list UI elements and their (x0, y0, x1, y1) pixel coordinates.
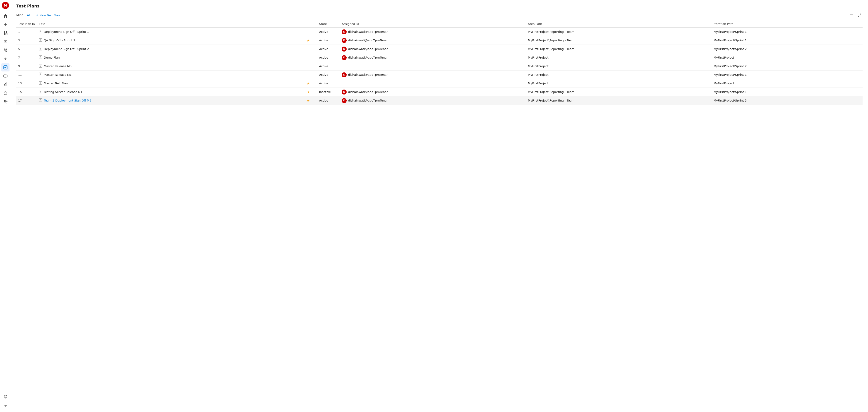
cell-title: Demo Plan (37, 54, 305, 62)
cell-title: Deployment Sign Off - Sprint 1 (37, 28, 305, 36)
tab-all[interactable]: All (27, 12, 31, 18)
cell-id: 11 (16, 71, 37, 79)
cell-id: 9 (16, 62, 37, 71)
cell-title-text: Deployment Sign Off - Sprint 2 (44, 47, 89, 50)
cell-state: Active (317, 45, 340, 54)
cell-title: QA Sign Off - Sprint 1 (37, 36, 305, 45)
cell-star[interactable]: ★··· (305, 96, 317, 105)
home-icon[interactable] (1, 12, 9, 20)
star-icon[interactable]: ★ (307, 82, 310, 85)
cell-star[interactable]: ★ (305, 36, 317, 45)
cell-title: Master Release M1 (37, 71, 305, 79)
overview-icon[interactable] (1, 80, 9, 89)
cell-iteration: MyFirstProject (712, 54, 863, 62)
table-row[interactable]: 1Deployment Sign Off - Sprint 1ActiveDdi… (16, 28, 863, 36)
tab-mine[interactable]: Mine (16, 12, 23, 18)
table-row[interactable]: 17Team 2 Deployment Sign Off M3★···Activ… (16, 96, 863, 105)
cell-iteration: MyFirstProject\Sprint 1 (712, 71, 863, 79)
test-plans-table: Test Plan ID Title State Assigned To Are… (16, 20, 863, 105)
svg-point-5 (4, 48, 5, 50)
test-plan-icon (39, 81, 42, 85)
star-icon[interactable]: ★ (307, 90, 310, 94)
artifacts-icon[interactable] (1, 72, 9, 80)
boards-icon[interactable] (1, 29, 9, 37)
test-plan-icon (39, 73, 42, 77)
cell-title-text: QA Sign Off - Sprint 1 (44, 39, 75, 42)
pipelines-icon[interactable] (1, 55, 9, 63)
svg-rect-3 (6, 33, 7, 35)
cell-id: 7 (16, 54, 37, 62)
cell-state: Active (317, 36, 340, 45)
stakeholder-icon[interactable] (1, 98, 9, 106)
cell-title-text: Testing Server Release M1 (44, 90, 83, 94)
cell-id: 3 (16, 36, 37, 45)
table-row[interactable]: 3QA Sign Off - Sprint 1★ActiveDdishainwa… (16, 36, 863, 45)
collapse-nav-icon[interactable] (1, 402, 9, 410)
table-row[interactable]: 9Master Release M3ActiveMyFirstProjectMy… (16, 62, 863, 71)
cell-assigned: Ddishainwati@adoTpmTenan (340, 54, 526, 62)
svg-point-14 (6, 101, 7, 102)
cell-title: Master Test Plan (37, 79, 305, 88)
cell-title-text: Master Test Plan (44, 82, 68, 85)
cell-star[interactable] (305, 62, 317, 71)
filter-button[interactable] (848, 12, 855, 18)
table-row[interactable]: 5Deployment Sign Off - Sprint 2ActiveDdi… (16, 45, 863, 54)
cell-state: Inactive (317, 88, 340, 96)
cell-star[interactable]: ★ (305, 79, 317, 88)
table-row[interactable]: 15Testing Server Release M1★InactiveDdis… (16, 88, 863, 96)
cell-assigned: Ddishainwati@adoTpmTenan (340, 36, 526, 45)
cell-assigned (340, 79, 526, 88)
assignee-name: dishainwati@adoTpmTenan (348, 73, 388, 76)
toolbar-actions (848, 12, 863, 18)
analytics-icon[interactable] (1, 89, 9, 97)
test-plans-nav-icon[interactable] (1, 63, 9, 71)
add-icon[interactable] (1, 20, 9, 29)
open-in-fullscreen-button[interactable] (856, 12, 863, 18)
cell-iteration: MyFirstProject\Sprint 1 (712, 88, 863, 96)
cell-id: 15 (16, 88, 37, 96)
col-header-title: Title (37, 20, 305, 28)
nav-rail: M (0, 0, 11, 412)
new-test-plan-button[interactable]: + New Test Plan (34, 13, 62, 18)
assignee-name: dishainwati@adoTpmTenan (348, 39, 388, 42)
test-plan-icon (39, 90, 42, 94)
repos-icon[interactable] (1, 46, 9, 54)
cell-area: MyFirstProject\Reporting - Team (526, 36, 712, 45)
col-header-iteration: Iteration Path (712, 20, 863, 28)
svg-point-6 (6, 50, 7, 52)
svg-rect-11 (6, 83, 7, 86)
cell-area: MyFirstProject\Reporting - Team (526, 28, 712, 36)
settings-nav-icon[interactable] (1, 392, 9, 401)
user-avatar[interactable]: M (2, 2, 9, 9)
cell-state: Active (317, 62, 340, 71)
cell-star[interactable] (305, 54, 317, 62)
cell-assigned: Ddishainwati@adoTpmTenan (340, 88, 526, 96)
cell-area: MyFirstProject\Reporting - Team (526, 96, 712, 105)
assignee-avatar: D (342, 72, 347, 77)
work-items-icon[interactable] (1, 38, 9, 46)
cell-title-text[interactable]: Team 2 Deployment Sign Off M3 (44, 99, 91, 102)
cell-star[interactable]: ★ (305, 88, 317, 96)
cell-assigned (340, 62, 526, 71)
cell-star[interactable] (305, 28, 317, 36)
col-header-assigned: Assigned To (340, 20, 526, 28)
cell-star[interactable] (305, 71, 317, 79)
table-row[interactable]: 13Master Test Plan★ActiveMyFirstProjectM… (16, 79, 863, 88)
cell-area: MyFirstProject (526, 79, 712, 88)
cell-star[interactable] (305, 45, 317, 54)
cell-area: MyFirstProject (526, 71, 712, 79)
cell-state: Active (317, 79, 340, 88)
table-row[interactable]: 7Demo PlanActiveDdishainwati@adoTpmTenan… (16, 54, 863, 62)
cell-title[interactable]: Team 2 Deployment Sign Off M3 (37, 96, 305, 105)
cell-title-text: Master Release M3 (44, 64, 71, 68)
table-row[interactable]: 11Master Release M1ActiveDdishainwati@ad… (16, 71, 863, 79)
table-body: 1Deployment Sign Off - Sprint 1ActiveDdi… (16, 28, 863, 105)
test-plan-icon (39, 98, 42, 103)
svg-point-7 (6, 48, 7, 50)
star-icon[interactable]: ★ (307, 39, 310, 42)
star-icon[interactable]: ★ (307, 99, 310, 102)
cell-iteration: MyFirstProject (712, 79, 863, 88)
svg-rect-9 (4, 84, 4, 86)
page-title: Test Plans (16, 4, 863, 8)
more-options-button[interactable]: ··· (311, 99, 315, 102)
